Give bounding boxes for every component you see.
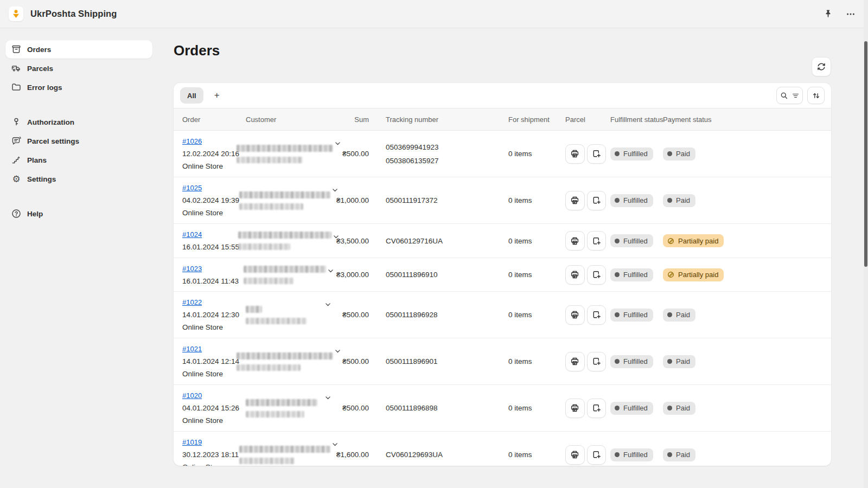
expand-row-button[interactable] (323, 300, 333, 311)
print-label-button[interactable] (565, 399, 585, 418)
payment-status-badge: Paid (663, 194, 695, 207)
stairs-icon (11, 155, 22, 165)
sort-button[interactable] (807, 87, 825, 104)
sidebar-item-orders[interactable]: Orders (5, 40, 152, 59)
card-toolbar: All + (174, 83, 831, 108)
customer-name-blurred (238, 232, 331, 239)
order-link[interactable]: #1026 (182, 135, 202, 147)
print-label-button[interactable] (565, 352, 585, 371)
more-actions-button[interactable] (842, 5, 859, 23)
refresh-button[interactable] (812, 57, 831, 76)
tracking-numbers: 0500111917372 (369, 177, 499, 223)
payment-status-badge: Paid (663, 147, 695, 160)
chevron-down-icon (324, 301, 331, 308)
payment-status-badge: Paid (663, 355, 695, 368)
create-parcel-button[interactable] (587, 399, 607, 418)
create-parcel-button[interactable] (587, 265, 607, 285)
create-parcel-button[interactable] (587, 445, 607, 465)
order-link[interactable]: #1021 (182, 343, 202, 355)
print-label-button[interactable] (565, 144, 585, 164)
printer-icon (570, 356, 580, 367)
order-sum: ₴1,600.00 (334, 432, 369, 466)
status-dot-icon (615, 312, 620, 317)
order-date: 04.01.2024 15:26 (182, 402, 246, 414)
create-parcel-button[interactable] (587, 305, 607, 325)
order-link[interactable]: #1019 (182, 436, 202, 448)
table-row: #1020 04.01.2024 15:26 Online Store ₴500… (174, 385, 831, 432)
search-and-filter-button[interactable] (776, 87, 803, 104)
column-header-tracking: Tracking number (369, 115, 499, 124)
sidebar-item-authorization[interactable]: Authorization (5, 113, 152, 131)
pin-app-button[interactable] (819, 5, 837, 23)
create-parcel-button[interactable] (587, 191, 607, 210)
order-date: 30.12.2023 18:11 (182, 448, 246, 461)
payment-status-badge: Paid (663, 309, 695, 322)
for-shipment-count: 0 items (499, 131, 564, 177)
order-date: 16.01.2024 15:55 (182, 241, 246, 253)
status-dot-icon (667, 359, 672, 364)
status-dot-icon (615, 151, 620, 156)
for-shipment-count: 0 items (499, 224, 564, 258)
order-link[interactable]: #1022 (182, 296, 202, 309)
status-dot-icon (615, 359, 620, 364)
ukrposhta-pin-icon (10, 8, 22, 20)
print-label-button[interactable] (565, 231, 585, 251)
add-label-icon (591, 149, 602, 159)
order-sum: ₴500.00 (334, 385, 369, 431)
table-row: #1024 16.01.2024 15:55 ₴3,500.00 CV06012… (174, 224, 831, 258)
print-label-button[interactable] (565, 191, 585, 210)
table-row: #1023 16.01.2024 11:43 ₴3,000.00 0500111… (174, 258, 831, 292)
tracking-numbers: CV060129693UA (369, 432, 499, 466)
order-sum: ₴500.00 (334, 338, 369, 384)
print-label-button[interactable] (565, 305, 585, 325)
status-dot-icon (615, 406, 620, 410)
order-sum: ₴500.00 (334, 131, 369, 177)
search-icon (780, 91, 789, 100)
fulfillment-status-badge: Fulfilled (610, 402, 653, 415)
customer-phone-blurred (239, 203, 303, 210)
expand-row-button[interactable] (323, 393, 333, 404)
print-label-button[interactable] (565, 265, 585, 285)
tracking-number: 0503699941923 (386, 143, 499, 151)
status-dot-icon (667, 406, 672, 410)
sidebar-item-plans[interactable]: Plans (5, 151, 152, 169)
order-link[interactable]: #1025 (182, 182, 202, 194)
fulfillment-status-badge: Fulfilled (610, 147, 653, 160)
order-link[interactable]: #1023 (182, 262, 202, 275)
sidebar-item-help[interactable]: Help (5, 204, 152, 223)
scrollbar-thumb[interactable] (864, 41, 867, 267)
payment-status-badge: Partially paid (663, 234, 724, 247)
customer-name-blurred (246, 306, 262, 313)
tracking-number: 0500111917372 (386, 196, 499, 204)
fulfillment-status-badge: Fulfilled (610, 194, 653, 207)
customer-phone-blurred (246, 411, 304, 418)
sidebar-section: Help (0, 204, 158, 223)
sidebar-section: Orders Parcels Error logs (0, 40, 158, 97)
column-header-sum: Sum (334, 115, 369, 124)
order-link[interactable]: #1020 (182, 389, 202, 402)
sidebar-item-settings[interactable]: ⚙ Settings (5, 170, 152, 188)
tab-all[interactable]: All (180, 87, 203, 104)
status-dot-icon (615, 198, 620, 203)
tracking-number: 0500111896901 (386, 357, 499, 365)
order-sum: ₴3,500.00 (334, 224, 369, 258)
sidebar-item-parcel-settings[interactable]: Parcel settings (5, 132, 152, 150)
sidebar-item-parcels[interactable]: Parcels (5, 59, 152, 78)
customer-name-blurred (237, 145, 333, 152)
create-parcel-button[interactable] (587, 231, 607, 251)
tracking-numbers: CV060129716UA (369, 224, 499, 258)
create-parcel-button[interactable] (587, 352, 607, 371)
customer-name-blurred (237, 352, 333, 359)
printer-icon (570, 149, 580, 159)
sidebar-item-error-logs[interactable]: Error logs (5, 78, 152, 97)
app-logo (9, 7, 23, 21)
order-link[interactable]: #1024 (182, 228, 202, 241)
customer-name-blurred (244, 266, 326, 273)
key-icon (11, 117, 22, 127)
add-view-button[interactable]: + (209, 87, 225, 104)
customer-phone-blurred (246, 318, 307, 324)
add-label-icon (591, 450, 602, 460)
create-parcel-button[interactable] (587, 144, 607, 164)
column-header-customer: Customer (246, 115, 334, 124)
print-label-button[interactable] (565, 445, 585, 465)
